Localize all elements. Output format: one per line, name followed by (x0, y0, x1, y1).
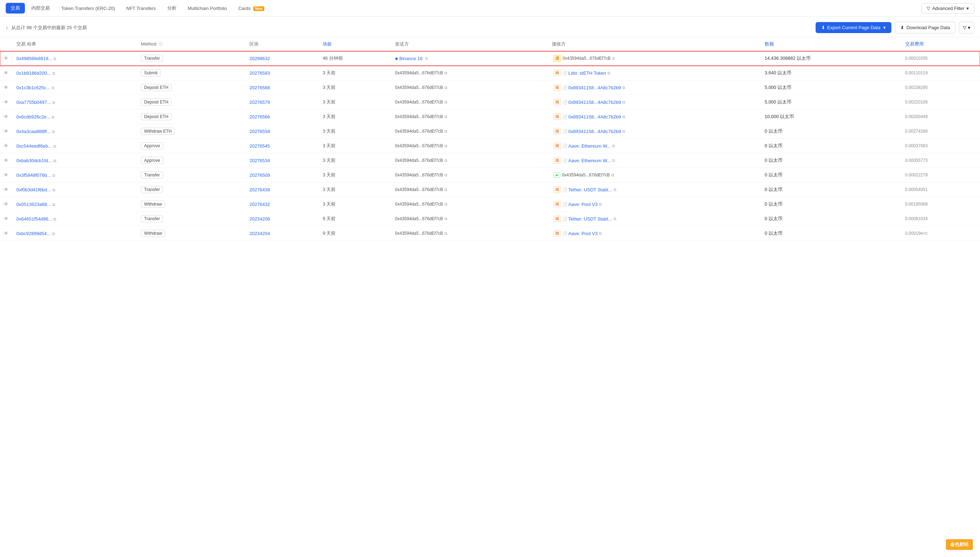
tab-nft-transfers[interactable]: NFT Transfers (121, 3, 161, 13)
tx-hash-link[interactable]: 0x1b8186d200... (16, 70, 51, 76)
copy-icon[interactable]: ⧉ (622, 114, 625, 119)
advanced-filter-button[interactable]: ▽ Advanced Filter ▾ (921, 3, 974, 13)
block-link[interactable]: 20276579 (249, 99, 270, 105)
tx-hash-link[interactable]: 0x1c3b1c625c... (16, 85, 50, 90)
copy-icon[interactable]: ⧉ (622, 85, 625, 90)
copy-icon[interactable]: ⧉ (612, 144, 615, 148)
eye-icon[interactable]: 👁 (3, 85, 8, 90)
copy-icon[interactable]: ⧉ (52, 188, 55, 192)
tx-hash-link[interactable]: 0x6cdb926c2e... (16, 114, 50, 119)
copy-icon[interactable]: ⧉ (444, 158, 447, 163)
block-link[interactable]: 20298632 (249, 56, 270, 61)
receiver-link[interactable]: Aave: Pool V3 (568, 202, 597, 207)
tx-hash-link[interactable]: 0xf0b3d41f6bd... (16, 187, 51, 192)
copy-icon[interactable]: ⧉ (444, 187, 447, 192)
block-link[interactable]: 20276566 (249, 114, 270, 119)
tx-hash-link[interactable]: 0x3f5848f076b... (16, 173, 51, 178)
block-link[interactable]: 20276439 (249, 187, 270, 192)
tab-analysis[interactable]: 分析 (162, 3, 181, 13)
download-button[interactable]: ⬇ Download Page Data (895, 22, 956, 33)
receiver-link[interactable]: Lido: stETH Token (568, 70, 606, 76)
copy-icon[interactable]: ⧉ (613, 217, 616, 221)
tx-hash-link[interactable]: 0xa7755b0497... (16, 99, 51, 105)
receiver-link[interactable]: Tether: USDT Stabl... (568, 216, 612, 221)
copy-icon[interactable]: ⧉ (599, 202, 602, 207)
block-link[interactable]: 20276588 (249, 85, 270, 90)
eye-icon[interactable]: 👁 (3, 114, 8, 119)
sender-link[interactable]: ◆ Binance 16 ⧉ (395, 56, 428, 61)
copy-icon[interactable]: ⧉ (444, 231, 447, 236)
export-button[interactable]: ⬇ Export Current Page Data ▾ (815, 22, 892, 33)
eye-icon[interactable]: 👁 (3, 129, 8, 134)
block-link[interactable]: 20234208 (249, 216, 270, 221)
copy-icon[interactable]: ⧉ (611, 173, 614, 178)
eye-icon[interactable]: 👁 (3, 55, 8, 61)
copy-icon[interactable]: ⧉ (444, 85, 447, 90)
block-link[interactable]: 20276593 (249, 70, 270, 76)
tx-hash-link[interactable]: 0x49856fe8819... (16, 56, 52, 61)
eye-icon[interactable]: 👁 (3, 172, 8, 178)
receiver-link[interactable]: Aave: Ethereum W... (568, 143, 611, 149)
block-link[interactable]: 20276534 (249, 158, 270, 163)
copy-icon[interactable]: ⧉ (52, 100, 55, 104)
copy-icon[interactable]: ⧉ (444, 114, 447, 119)
copy-icon[interactable]: ⧉ (53, 144, 56, 148)
copy-icon[interactable]: ⧉ (53, 159, 56, 163)
copy-icon[interactable]: ⧉ (599, 231, 602, 236)
tab-trades[interactable]: 交易 (6, 3, 25, 13)
copy-icon[interactable]: ⧉ (444, 217, 447, 221)
tx-hash-link[interactable]: 0xbab30dcb1fd... (16, 158, 52, 163)
eye-icon[interactable]: 👁 (3, 70, 8, 76)
copy-icon[interactable]: ⧉ (444, 71, 447, 75)
copy-icon[interactable]: ⧉ (622, 129, 625, 134)
tx-hash-link[interactable]: 0x64651f54d96... (16, 216, 52, 221)
receiver-link[interactable]: Aave: Ethereum W... (568, 158, 611, 163)
copy-icon[interactable]: ⧉ (52, 129, 55, 134)
eye-icon[interactable]: 👁 (3, 99, 8, 105)
copy-icon[interactable]: ⧉ (444, 129, 447, 134)
copy-icon[interactable]: ⧉ (612, 158, 615, 163)
copy-icon[interactable]: ⧉ (444, 144, 447, 148)
block-link[interactable]: 20234204 (249, 231, 270, 236)
filter-icon-button[interactable]: ▽ ▾ (959, 22, 974, 33)
copy-icon[interactable]: ⧉ (53, 217, 56, 221)
tab-multichain[interactable]: Multichain Portfolio (183, 3, 232, 13)
copy-icon[interactable]: ⧉ (52, 115, 54, 119)
copy-icon[interactable]: ⧉ (444, 202, 447, 207)
tx-hash-link[interactable]: 0xc544eedf6eb... (16, 143, 52, 149)
copy-icon[interactable]: ⧉ (52, 231, 55, 236)
tx-hash-link[interactable]: 0x0513623a68... (16, 202, 51, 207)
receiver-link[interactable]: Aave: Pool V3 (568, 231, 597, 236)
copy-icon[interactable]: ⧉ (52, 202, 55, 207)
copy-icon[interactable]: ⧉ (52, 71, 55, 75)
copy-icon[interactable]: ⧉ (613, 187, 616, 192)
block-link[interactable]: 20276545 (249, 143, 270, 149)
block-link[interactable]: 20276432 (249, 202, 270, 207)
copy-icon[interactable]: ⧉ (607, 71, 610, 75)
receiver-link[interactable]: 0x89341158...4A8c7b2b9 (568, 99, 621, 105)
copy-icon[interactable]: ⧉ (444, 100, 447, 104)
block-link[interactable]: 20276558 (249, 129, 270, 134)
copy-icon[interactable]: ⧉ (425, 56, 428, 61)
tab-cards[interactable]: Cards New (233, 3, 269, 13)
eye-icon[interactable]: 👁 (3, 187, 8, 192)
receiver-link[interactable]: 0x89341158...4A8c7b2b9 (568, 85, 621, 90)
eye-icon[interactable]: 👁 (3, 230, 8, 236)
eye-icon[interactable]: 👁 (3, 216, 8, 221)
block-link[interactable]: 20276509 (249, 173, 270, 178)
eye-icon[interactable]: 👁 (3, 143, 8, 149)
copy-icon[interactable]: ⧉ (622, 100, 625, 104)
tx-hash-link[interactable]: 0xbc92899d54... (16, 231, 51, 236)
eye-icon[interactable]: 👁 (3, 158, 8, 163)
tx-hash-link[interactable]: 0x4a3caa888ff... (16, 129, 51, 134)
copy-icon[interactable]: ⧉ (53, 57, 56, 61)
copy-icon[interactable]: ⧉ (52, 86, 54, 90)
copy-icon[interactable]: ⧉ (612, 56, 615, 61)
receiver-link[interactable]: Tether: USDT Stabl... (568, 187, 612, 192)
receiver-link[interactable]: 0x89341158...4A8c7b2b9 (568, 114, 621, 119)
receiver-link[interactable]: 0x89341158...4A8c7b2b9 (568, 129, 621, 134)
tab-token-transfers[interactable]: Token Transfers (ERC-20) (56, 3, 120, 13)
copy-icon[interactable]: ⧉ (52, 173, 55, 178)
eye-icon[interactable]: 👁 (3, 201, 8, 207)
copy-icon[interactable]: ⧉ (444, 173, 447, 178)
